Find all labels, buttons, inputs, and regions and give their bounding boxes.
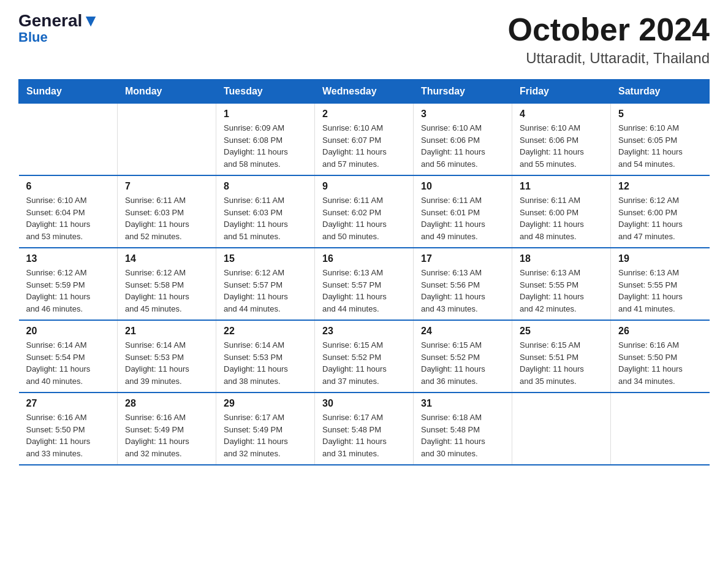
day-number: 12: [618, 181, 702, 192]
calendar-cell: 1Sunrise: 6:09 AM Sunset: 6:08 PM Daylig…: [216, 104, 315, 176]
calendar-cell: [19, 104, 118, 176]
day-number: 31: [421, 398, 504, 409]
day-number: 24: [421, 326, 504, 337]
calendar-header-row: SundayMondayTuesdayWednesdayThursdayFrid…: [19, 80, 710, 104]
day-info: Sunrise: 6:13 AM Sunset: 5:56 PM Dayligh…: [421, 267, 504, 315]
calendar-cell: 3Sunrise: 6:10 AM Sunset: 6:06 PM Daylig…: [414, 104, 512, 176]
day-number: 21: [125, 326, 208, 337]
weekday-header-wednesday: Wednesday: [315, 80, 414, 104]
calendar-table: SundayMondayTuesdayWednesdayThursdayFrid…: [18, 79, 710, 465]
calendar-cell: 21Sunrise: 6:14 AM Sunset: 5:53 PM Dayli…: [118, 320, 216, 393]
logo-blue-text: Blue: [18, 31, 48, 44]
calendar-week-row: 1Sunrise: 6:09 AM Sunset: 6:08 PM Daylig…: [19, 104, 710, 176]
day-info: Sunrise: 6:13 AM Sunset: 5:55 PM Dayligh…: [520, 267, 603, 315]
title-section: October 2024 Uttaradit, Uttaradit, Thail…: [508, 12, 710, 67]
day-info: Sunrise: 6:16 AM Sunset: 5:50 PM Dayligh…: [618, 339, 702, 387]
page-header: General▼ Blue October 2024 Uttaradit, Ut…: [18, 12, 710, 67]
day-number: 13: [26, 253, 110, 264]
calendar-week-row: 20Sunrise: 6:14 AM Sunset: 5:54 PM Dayli…: [19, 320, 710, 393]
day-info: Sunrise: 6:11 AM Sunset: 6:01 PM Dayligh…: [421, 194, 504, 242]
day-info: Sunrise: 6:11 AM Sunset: 6:03 PM Dayligh…: [224, 194, 307, 242]
day-number: 17: [421, 253, 504, 264]
day-info: Sunrise: 6:14 AM Sunset: 5:53 PM Dayligh…: [125, 339, 208, 387]
weekday-header-monday: Monday: [118, 80, 216, 104]
day-info: Sunrise: 6:14 AM Sunset: 5:54 PM Dayligh…: [26, 339, 110, 387]
day-number: 8: [224, 181, 307, 192]
calendar-cell: 28Sunrise: 6:16 AM Sunset: 5:49 PM Dayli…: [118, 393, 216, 465]
day-number: 15: [224, 253, 307, 264]
day-number: 11: [520, 181, 603, 192]
calendar-cell: 26Sunrise: 6:16 AM Sunset: 5:50 PM Dayli…: [611, 320, 710, 393]
calendar-cell: 13Sunrise: 6:12 AM Sunset: 5:59 PM Dayli…: [19, 248, 118, 320]
day-info: Sunrise: 6:10 AM Sunset: 6:06 PM Dayligh…: [520, 122, 603, 170]
day-info: Sunrise: 6:15 AM Sunset: 5:52 PM Dayligh…: [322, 339, 406, 387]
calendar-cell: 6Sunrise: 6:10 AM Sunset: 6:04 PM Daylig…: [19, 175, 118, 248]
day-info: Sunrise: 6:12 AM Sunset: 5:59 PM Dayligh…: [26, 267, 110, 315]
calendar-cell: 22Sunrise: 6:14 AM Sunset: 5:53 PM Dayli…: [216, 320, 315, 393]
day-info: Sunrise: 6:10 AM Sunset: 6:04 PM Dayligh…: [26, 194, 110, 242]
day-number: 10: [421, 181, 504, 192]
calendar-cell: 10Sunrise: 6:11 AM Sunset: 6:01 PM Dayli…: [414, 175, 512, 248]
day-number: 27: [26, 398, 110, 409]
calendar-week-row: 6Sunrise: 6:10 AM Sunset: 6:04 PM Daylig…: [19, 175, 710, 248]
day-number: 30: [322, 398, 406, 409]
day-info: Sunrise: 6:11 AM Sunset: 6:02 PM Dayligh…: [322, 194, 406, 242]
calendar-cell: 20Sunrise: 6:14 AM Sunset: 5:54 PM Dayli…: [19, 320, 118, 393]
calendar-cell: 27Sunrise: 6:16 AM Sunset: 5:50 PM Dayli…: [19, 393, 118, 465]
calendar-week-row: 13Sunrise: 6:12 AM Sunset: 5:59 PM Dayli…: [19, 248, 710, 320]
day-number: 26: [618, 326, 702, 337]
weekday-header-saturday: Saturday: [611, 80, 710, 104]
logo: General▼ Blue: [18, 12, 99, 44]
day-number: 28: [125, 398, 208, 409]
day-info: Sunrise: 6:18 AM Sunset: 5:48 PM Dayligh…: [421, 412, 504, 459]
calendar-cell: [512, 393, 611, 465]
day-number: 14: [125, 253, 208, 264]
day-info: Sunrise: 6:12 AM Sunset: 5:58 PM Dayligh…: [125, 267, 208, 315]
day-info: Sunrise: 6:15 AM Sunset: 5:52 PM Dayligh…: [421, 339, 504, 387]
calendar-cell: 31Sunrise: 6:18 AM Sunset: 5:48 PM Dayli…: [414, 393, 512, 465]
weekday-header-thursday: Thursday: [414, 80, 512, 104]
day-number: 20: [26, 326, 110, 337]
day-info: Sunrise: 6:17 AM Sunset: 5:48 PM Dayligh…: [322, 412, 406, 459]
day-info: Sunrise: 6:10 AM Sunset: 6:06 PM Dayligh…: [421, 122, 504, 170]
calendar-cell: 16Sunrise: 6:13 AM Sunset: 5:57 PM Dayli…: [315, 248, 414, 320]
day-number: 4: [520, 109, 603, 120]
day-info: Sunrise: 6:10 AM Sunset: 6:07 PM Dayligh…: [322, 122, 406, 170]
calendar-cell: 12Sunrise: 6:12 AM Sunset: 6:00 PM Dayli…: [611, 175, 710, 248]
day-number: 5: [618, 109, 702, 120]
day-info: Sunrise: 6:16 AM Sunset: 5:50 PM Dayligh…: [26, 412, 110, 459]
day-info: Sunrise: 6:13 AM Sunset: 5:55 PM Dayligh…: [618, 267, 702, 315]
day-number: 22: [224, 326, 307, 337]
calendar-cell: 29Sunrise: 6:17 AM Sunset: 5:49 PM Dayli…: [216, 393, 315, 465]
calendar-cell: 23Sunrise: 6:15 AM Sunset: 5:52 PM Dayli…: [315, 320, 414, 393]
day-info: Sunrise: 6:13 AM Sunset: 5:57 PM Dayligh…: [322, 267, 406, 315]
day-number: 2: [322, 109, 406, 120]
logo-general: General▼: [18, 12, 99, 29]
day-info: Sunrise: 6:17 AM Sunset: 5:49 PM Dayligh…: [224, 412, 307, 459]
day-number: 6: [26, 181, 110, 192]
calendar-cell: 19Sunrise: 6:13 AM Sunset: 5:55 PM Dayli…: [611, 248, 710, 320]
day-number: 23: [322, 326, 406, 337]
weekday-header-sunday: Sunday: [19, 80, 118, 104]
calendar-cell: 7Sunrise: 6:11 AM Sunset: 6:03 PM Daylig…: [118, 175, 216, 248]
month-title: October 2024: [508, 12, 710, 47]
day-number: 1: [224, 109, 307, 120]
day-number: 16: [322, 253, 406, 264]
day-number: 9: [322, 181, 406, 192]
calendar-cell: 24Sunrise: 6:15 AM Sunset: 5:52 PM Dayli…: [414, 320, 512, 393]
calendar-cell: 15Sunrise: 6:12 AM Sunset: 5:57 PM Dayli…: [216, 248, 315, 320]
day-info: Sunrise: 6:10 AM Sunset: 6:05 PM Dayligh…: [618, 122, 702, 170]
day-number: 7: [125, 181, 208, 192]
calendar-cell: 5Sunrise: 6:10 AM Sunset: 6:05 PM Daylig…: [611, 104, 710, 176]
calendar-cell: 9Sunrise: 6:11 AM Sunset: 6:02 PM Daylig…: [315, 175, 414, 248]
calendar-cell: 30Sunrise: 6:17 AM Sunset: 5:48 PM Dayli…: [315, 393, 414, 465]
weekday-header-tuesday: Tuesday: [216, 80, 315, 104]
day-number: 18: [520, 253, 603, 264]
weekday-header-friday: Friday: [512, 80, 611, 104]
calendar-week-row: 27Sunrise: 6:16 AM Sunset: 5:50 PM Dayli…: [19, 393, 710, 465]
day-number: 25: [520, 326, 603, 337]
day-info: Sunrise: 6:15 AM Sunset: 5:51 PM Dayligh…: [520, 339, 603, 387]
day-info: Sunrise: 6:12 AM Sunset: 6:00 PM Dayligh…: [618, 194, 702, 242]
calendar-cell: [118, 104, 216, 176]
calendar-cell: 25Sunrise: 6:15 AM Sunset: 5:51 PM Dayli…: [512, 320, 611, 393]
